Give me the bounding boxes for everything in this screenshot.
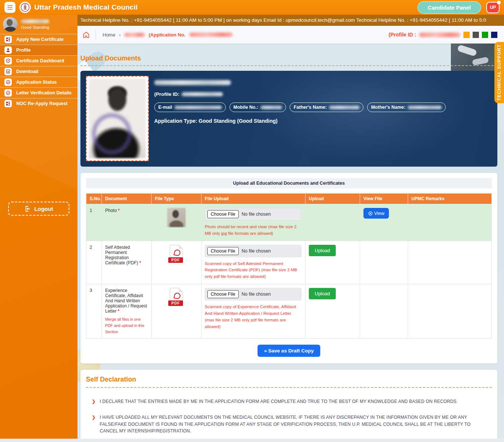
home-icon[interactable]: [83, 31, 90, 38]
upload-hint: Photo should be recent and clear (max fi…: [205, 224, 302, 237]
pdf-file-icon: PDF: [168, 245, 184, 264]
declaration-point: I DECLARE THAT THE ENTRIES MADE BY ME IN…: [92, 398, 486, 405]
pdf-file-icon: PDF: [168, 288, 184, 307]
candidate-panel-button[interactable]: Candidate Panel: [417, 1, 481, 14]
document-note: Merge all files in one PDF and upload in…: [105, 316, 148, 335]
documents-upload-card: Upload all Educational Documents and Cer…: [80, 173, 497, 363]
sidebar-item-apply-new-certificate[interactable]: Apply New Certificate: [0, 34, 77, 45]
document-name: Experience Certificate, Affidavit And Ha…: [105, 288, 147, 314]
sidebar-item-certificate-dashboard[interactable]: Certificate Dashboard: [0, 55, 77, 66]
redacted-profile-id: [419, 32, 460, 37]
helpline-marquee: Technical Helpline No. : +91-9454055442 …: [77, 15, 504, 26]
chevron-right-icon: ›: [119, 32, 121, 38]
document-name: Self Attested Permanent Registration Cer…: [105, 245, 138, 265]
user-status: Good Standing: [21, 25, 49, 29]
redacted-application-no: [189, 32, 233, 37]
declaration-point: I HAVE UPLOADED ALL MY RELEVANT DOCUMENT…: [92, 414, 486, 435]
upload-button[interactable]: Upload: [309, 245, 336, 256]
file-input-experience-certificate[interactable]: Choose File No file chosen: [205, 288, 301, 300]
choose-file-button[interactable]: Choose File: [207, 290, 239, 298]
table-row-experience-certificate: 3 Experience Certificate, Affidavit And …: [86, 284, 492, 339]
self-declaration-card: Self Declaration I DECLARE THAT THE ENTR…: [80, 370, 497, 439]
documents-table: S.No. Document File Type File Upload Upl…: [86, 193, 492, 339]
col-view-file: View File: [360, 194, 408, 204]
upload-button[interactable]: Upload: [309, 288, 336, 299]
father-name-field: Father's Name:: [290, 102, 363, 112]
file-input-registration-certificate[interactable]: Choose File No file chosen: [205, 245, 301, 257]
technical-support-tab[interactable]: TECHNICAL SUPPORT: [494, 42, 504, 103]
table-row-photo: 1 Photo * Choose File No file chosen Pho…: [86, 204, 492, 241]
col-file-type: File Type: [152, 194, 201, 204]
redacted-candidate-name: [124, 33, 145, 37]
sidebar-item-profile[interactable]: Profile: [0, 45, 77, 55]
redacted-mother-name: [408, 106, 442, 109]
app-title: Uttar Pradesh Medical Council: [34, 3, 138, 11]
mother-name-field: Mother's Name:: [367, 102, 446, 112]
save-as-draft-button[interactable]: Save as Draft Copy: [258, 345, 320, 357]
divider: [96, 30, 96, 39]
page-content: Upload Documents (Profile ID:: [77, 43, 504, 439]
upload-hint: Scanned copy of Experience Certificate, …: [205, 304, 302, 330]
breadcrumb-home[interactable]: Home: [103, 32, 115, 38]
view-photo-button[interactable]: View: [363, 208, 389, 219]
logout-button[interactable]: Logout: [8, 202, 69, 216]
mobile-field: Mobile No.:: [229, 102, 286, 112]
upload-hint: Scanned copy of Self Attested Permanent …: [205, 261, 302, 280]
candidate-photo: [86, 76, 149, 161]
user-icon: [4, 46, 12, 54]
logout-icon: [24, 206, 31, 212]
user-avatar: [3, 17, 18, 32]
sidebar: Good Standing Apply New Certificate Prof…: [0, 15, 77, 439]
email-field: E-mail: [154, 102, 226, 112]
col-file-upload: File Upload: [201, 194, 305, 204]
legend-square-orange: [463, 32, 470, 38]
main-area: Technical Helpline No. : +91-9454055442 …: [77, 15, 504, 439]
hamburger-menu-icon[interactable]: [4, 2, 15, 13]
legend-square-green: [482, 32, 488, 38]
choose-file-button[interactable]: Choose File: [207, 247, 239, 255]
eye-icon: [368, 211, 373, 216]
col-upload: Upload: [305, 194, 360, 204]
divider: [80, 65, 497, 66]
shield-check-icon: [4, 57, 12, 65]
legend-square-navy: [491, 32, 497, 38]
redacted-father-name: [329, 106, 359, 109]
breadcrumb: Home › (Application No. (Profile ID :: [77, 26, 504, 43]
download-file-icon: [4, 68, 12, 75]
page-title: Upload Documents: [80, 55, 497, 62]
col-upmc-remarks: UPMC Remarks: [408, 194, 492, 204]
sidebar-menu: Apply New Certificate Profile Certificat…: [0, 34, 77, 109]
up-profile-badge[interactable]: UP: [486, 2, 500, 13]
grid-icon: [4, 36, 12, 43]
file-input-photo[interactable]: Choose File No file chosen: [205, 208, 301, 220]
notification-dot: [497, 1, 501, 4]
col-sno: S.No.: [86, 194, 102, 204]
app-header: Uttar Pradesh Medical Council Candidate …: [0, 0, 504, 15]
redacted-profile-id: [182, 92, 223, 96]
redacted-candidate-name: [154, 80, 231, 85]
choose-file-button[interactable]: Choose File: [207, 210, 239, 218]
photo-thumbnail: [167, 208, 186, 227]
table-row-registration-certificate: 2 Self Attested Permanent Registration C…: [86, 241, 492, 284]
chevron-right-icon: [92, 414, 96, 435]
breadcrumb-application: (Application No.: [149, 32, 186, 38]
sidebar-item-application-status[interactable]: Application Status: [0, 77, 77, 87]
redacted-email: [175, 106, 222, 109]
sidebar-item-noc-reapply-request[interactable]: NOC Re-Apply Request: [0, 98, 77, 109]
application-type: Application Type: Good Standing (Good St…: [154, 118, 491, 124]
chevron-right-icon: [92, 398, 96, 405]
check-circle-icon: [4, 89, 12, 97]
table-caption: Upload all Educational Documents and Cer…: [86, 178, 492, 188]
candidate-profile-card: (Profile ID: E-mail Mobile No.:: [80, 71, 497, 167]
check-circle-icon: [4, 79, 12, 86]
sidebar-item-download[interactable]: Download: [0, 66, 77, 77]
sidebar-user-block: Good Standing: [0, 15, 77, 34]
divider: [86, 387, 492, 388]
sidebar-item-letter-verification-details[interactable]: Letter Verification Details: [0, 87, 77, 98]
profile-id-label: (Profile ID:: [154, 91, 179, 97]
profile-id-label: (Profile ID :: [389, 32, 416, 38]
redacted-user-name: [21, 20, 49, 23]
legend-square-gray: [473, 32, 479, 38]
self-declaration-title: Self Declaration: [86, 376, 492, 383]
redacted-mobile: [260, 106, 282, 109]
